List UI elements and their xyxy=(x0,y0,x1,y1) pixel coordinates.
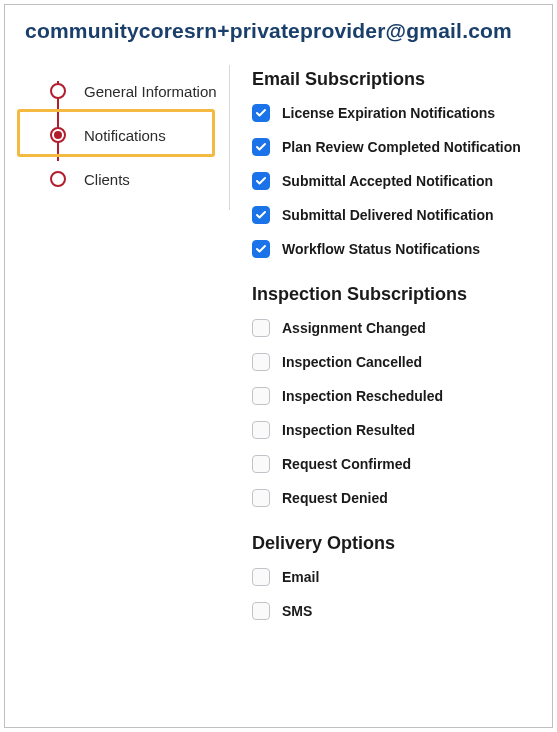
checkbox[interactable] xyxy=(252,353,270,371)
checkbox[interactable] xyxy=(252,602,270,620)
content-panel: Email Subscriptions License Expiration N… xyxy=(252,69,552,646)
nav-item-clients[interactable]: Clients xyxy=(35,157,229,201)
nav-node-icon xyxy=(50,83,66,99)
option-inspection-rescheduled[interactable]: Inspection Rescheduled xyxy=(252,387,552,405)
check-icon xyxy=(255,141,267,153)
option-label: Request Denied xyxy=(282,490,388,506)
section-title-delivery: Delivery Options xyxy=(252,533,552,554)
app-frame: communitycoresrn+privateprovider@gmail.c… xyxy=(4,4,553,728)
option-label: Submittal Delivered Notification xyxy=(282,207,494,223)
section-title-email: Email Subscriptions xyxy=(252,69,552,90)
side-nav: General Information Notifications Client… xyxy=(17,69,229,646)
nav-item-notifications[interactable]: Notifications xyxy=(35,113,229,157)
checkbox[interactable] xyxy=(252,104,270,122)
option-sms[interactable]: SMS xyxy=(252,602,552,620)
option-workflow-status-notifications[interactable]: Workflow Status Notifications xyxy=(252,240,552,258)
option-label: Workflow Status Notifications xyxy=(282,241,480,257)
option-email[interactable]: Email xyxy=(252,568,552,586)
option-inspection-cancelled[interactable]: Inspection Cancelled xyxy=(252,353,552,371)
option-label: Plan Review Completed Notification xyxy=(282,139,521,155)
option-request-confirmed[interactable]: Request Confirmed xyxy=(252,455,552,473)
option-license-expiration-notifications[interactable]: License Expiration Notifications xyxy=(252,104,552,122)
checkbox[interactable] xyxy=(252,319,270,337)
nav-item-label: Clients xyxy=(84,171,130,188)
nav-item-label: General Information xyxy=(84,83,217,100)
option-label: Request Confirmed xyxy=(282,456,411,472)
vertical-divider xyxy=(229,65,230,210)
option-label: Assignment Changed xyxy=(282,320,426,336)
nav-node-icon xyxy=(50,127,66,143)
option-label: License Expiration Notifications xyxy=(282,105,495,121)
check-icon xyxy=(255,107,267,119)
option-label: Inspection Resulted xyxy=(282,422,415,438)
checkbox[interactable] xyxy=(252,206,270,224)
option-inspection-resulted[interactable]: Inspection Resulted xyxy=(252,421,552,439)
option-plan-review-completed-notification[interactable]: Plan Review Completed Notification xyxy=(252,138,552,156)
option-request-denied[interactable]: Request Denied xyxy=(252,489,552,507)
checkbox[interactable] xyxy=(252,387,270,405)
option-label: Email xyxy=(282,569,319,585)
check-icon xyxy=(255,175,267,187)
check-icon xyxy=(255,209,267,221)
nav-item-general-information[interactable]: General Information xyxy=(35,69,229,113)
option-submittal-accepted-notification[interactable]: Submittal Accepted Notification xyxy=(252,172,552,190)
checkbox[interactable] xyxy=(252,172,270,190)
option-submittal-delivered-notification[interactable]: Submittal Delivered Notification xyxy=(252,206,552,224)
checkbox[interactable] xyxy=(252,421,270,439)
nav-item-label: Notifications xyxy=(84,127,166,144)
option-label: Inspection Rescheduled xyxy=(282,388,443,404)
option-label: SMS xyxy=(282,603,312,619)
body-layout: General Information Notifications Client… xyxy=(5,69,552,646)
nav-node-dot-icon xyxy=(54,131,62,139)
option-assignment-changed[interactable]: Assignment Changed xyxy=(252,319,552,337)
checkbox[interactable] xyxy=(252,240,270,258)
option-label: Inspection Cancelled xyxy=(282,354,422,370)
checkbox[interactable] xyxy=(252,568,270,586)
check-icon xyxy=(255,243,267,255)
section-title-inspection: Inspection Subscriptions xyxy=(252,284,552,305)
checkbox[interactable] xyxy=(252,455,270,473)
page-title: communitycoresrn+privateprovider@gmail.c… xyxy=(5,5,552,69)
option-label: Submittal Accepted Notification xyxy=(282,173,493,189)
nav-node-icon xyxy=(50,171,66,187)
checkbox[interactable] xyxy=(252,489,270,507)
checkbox[interactable] xyxy=(252,138,270,156)
